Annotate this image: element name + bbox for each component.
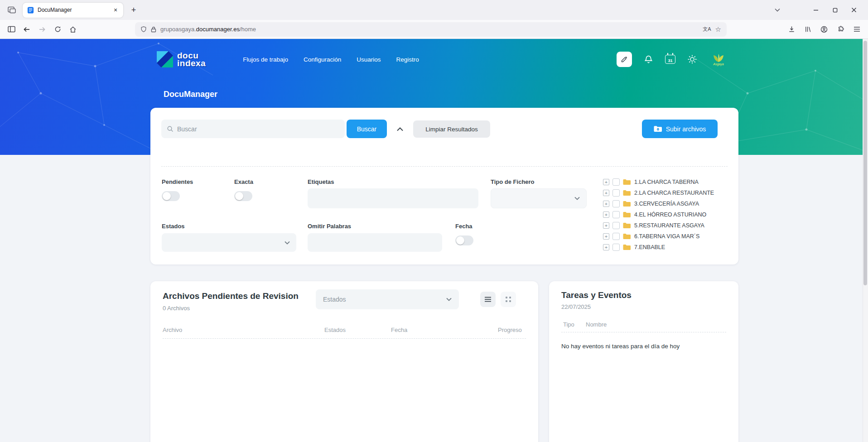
pending-files-card: Archivos Pendientes de Revision 0 Archiv… <box>150 281 538 442</box>
tab-close-icon[interactable]: × <box>111 5 120 14</box>
nav-flujos-de-trabajo[interactable]: Flujos de trabajo <box>243 56 288 63</box>
folder-checkbox[interactable] <box>612 233 620 240</box>
upload-files-button[interactable]: Subir archivos <box>642 120 718 138</box>
app-logo[interactable]: docu indexa <box>157 51 206 67</box>
upload-folder-icon <box>654 125 662 132</box>
list-view-icon <box>484 296 492 303</box>
toggle-knob <box>235 192 243 200</box>
page-title: DocuManager <box>164 90 217 99</box>
folder-row[interactable]: + 7.ENBABLE <box>603 242 714 253</box>
edit-button[interactable] <box>617 52 632 67</box>
url-prefix: grupoasgaya. <box>160 26 196 33</box>
library-icon[interactable] <box>800 23 815 36</box>
expand-plus-icon[interactable]: + <box>603 211 609 218</box>
account-icon[interactable] <box>816 23 832 36</box>
nav-usuarios[interactable]: Usuarios <box>357 56 381 63</box>
etiquetas-input[interactable] <box>308 188 478 208</box>
column-tipo: Tipo <box>563 321 574 328</box>
new-tab-button[interactable]: + <box>127 3 140 17</box>
translate-icon[interactable]: 文A <box>703 26 711 33</box>
folder-label: 7.ENBABLE <box>634 244 665 250</box>
minimize-button[interactable] <box>806 3 825 17</box>
column-archivo: Archivo <box>163 327 182 333</box>
expand-plus-icon[interactable]: + <box>603 201 609 207</box>
expand-plus-icon[interactable]: + <box>603 244 609 250</box>
folder-row[interactable]: + 2.LA CHARCA RESTAURANTE <box>603 187 714 198</box>
browser-tab[interactable]: DocuManager × <box>23 3 123 18</box>
downloads-icon[interactable] <box>784 23 799 36</box>
folder-checkbox[interactable] <box>612 189 620 197</box>
app-header: docu indexa Flujos de trabajo Configurac… <box>140 39 728 80</box>
search-input[interactable] <box>177 125 339 133</box>
tasks-empty-message: No hay eventos ni tareas para el día de … <box>561 343 680 350</box>
folder-checkbox[interactable] <box>612 211 620 218</box>
folder-row[interactable]: + 1.LA CHARCA TABERNA <box>603 177 714 187</box>
expand-plus-icon[interactable]: + <box>603 233 609 240</box>
list-all-tabs-icon[interactable] <box>770 3 785 17</box>
tasks-date: 22/07/2025 <box>561 303 591 310</box>
estados-label: Estados <box>162 223 185 230</box>
omitir-palabras-label: Omitir Palabras <box>308 223 351 230</box>
pending-estados-select[interactable]: Estados <box>316 289 459 309</box>
expand-plus-icon[interactable]: + <box>603 190 609 196</box>
calendar-nub <box>667 53 668 55</box>
grid-view-button[interactable] <box>501 292 516 307</box>
folder-icon <box>623 190 631 196</box>
calendar-icon[interactable]: 31 <box>665 55 675 64</box>
folder-checkbox[interactable] <box>612 200 620 207</box>
scrollbar-thumb[interactable] <box>863 41 867 285</box>
column-fecha: Fecha <box>391 327 407 333</box>
url-path: /home <box>240 26 256 33</box>
omitir-palabras-input[interactable] <box>308 233 442 252</box>
nav-registro[interactable]: Registro <box>396 56 419 63</box>
asgaya-brand-logo[interactable]: Asgaya <box>709 53 728 66</box>
estados-select[interactable] <box>162 233 296 252</box>
bookmark-star-icon[interactable]: ☆ <box>715 25 721 34</box>
pendientes-toggle[interactable] <box>162 191 180 201</box>
menu-icon[interactable] <box>849 23 864 36</box>
folder-icon <box>623 244 631 250</box>
notifications-bell-icon[interactable] <box>644 55 653 64</box>
expand-plus-icon[interactable]: + <box>603 222 609 229</box>
toolbar-actions <box>784 23 864 36</box>
folder-icon <box>623 179 631 185</box>
folder-checkbox[interactable] <box>612 178 620 186</box>
url-bar[interactable]: grupoasgaya.documanager.es/home 文A ☆ <box>135 22 727 37</box>
url-domain: documanager.es <box>196 26 240 33</box>
extensions-icon[interactable] <box>833 23 848 36</box>
folder-label: 5.RESTAURANTE ASGAYA <box>634 222 704 229</box>
column-estados: Estados <box>324 327 346 333</box>
clear-results-button[interactable]: Limpiar Resultados <box>413 120 490 138</box>
toggle-knob <box>163 192 171 200</box>
maximize-button[interactable] <box>825 3 844 17</box>
shield-icon[interactable] <box>140 26 147 33</box>
collapse-filters-chevron-up-icon[interactable] <box>394 123 406 135</box>
nav-configuracion[interactable]: Configuración <box>304 56 341 63</box>
page-scrollbar[interactable] <box>863 39 868 442</box>
lock-icon[interactable] <box>151 26 156 33</box>
exacta-toggle[interactable] <box>234 191 252 201</box>
tipo-fichero-select[interactable] <box>491 188 587 208</box>
fecha-toggle[interactable] <box>455 235 473 245</box>
folder-checkbox[interactable] <box>612 222 620 229</box>
firefox-view-icon[interactable] <box>5 3 19 17</box>
theme-sun-icon[interactable] <box>687 54 697 64</box>
folder-row[interactable]: + 6.TABERNA VIGA MAR´S <box>603 231 714 242</box>
folder-row[interactable]: + 3.CERVECERÍA ASGAYA <box>603 198 714 209</box>
folder-row[interactable]: + 5.RESTAURANTE ASGAYA <box>603 220 714 231</box>
folder-row[interactable]: + 4.EL HÓRREO ASTURIANO <box>603 209 714 220</box>
close-window-button[interactable] <box>844 3 863 17</box>
pendientes-label: Pendientes <box>162 178 193 185</box>
sidebar-toggle-icon[interactable] <box>4 23 19 36</box>
forward-icon[interactable] <box>34 23 50 36</box>
reload-icon[interactable] <box>50 23 65 36</box>
search-button[interactable]: Buscar <box>347 120 387 138</box>
home-icon[interactable] <box>65 23 81 36</box>
pending-estados-placeholder: Estados <box>323 296 446 303</box>
expand-plus-icon[interactable]: + <box>603 179 609 185</box>
list-view-button[interactable] <box>480 292 496 307</box>
folder-checkbox[interactable] <box>612 244 620 251</box>
back-icon[interactable] <box>19 23 34 36</box>
folder-icon <box>623 201 631 207</box>
logo-mark-icon <box>157 51 173 67</box>
